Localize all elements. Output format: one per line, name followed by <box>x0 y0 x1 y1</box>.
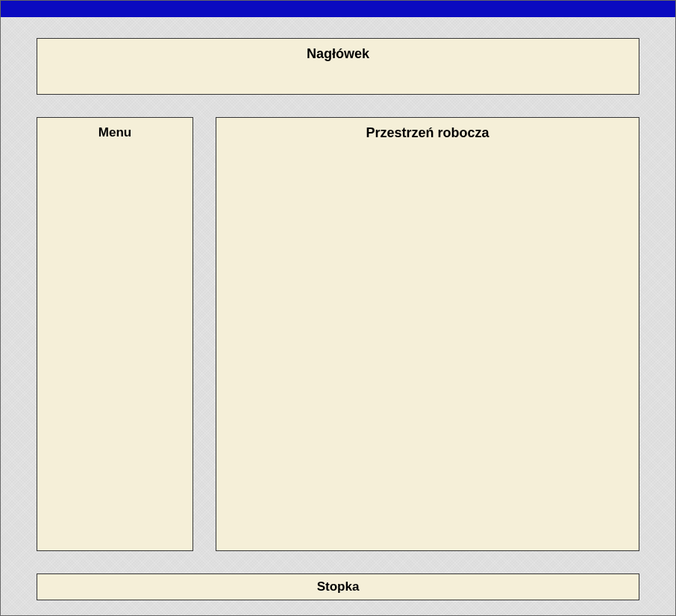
layout-frame: Nagłówek Menu Przestrzeń robocza Stopka <box>0 0 676 616</box>
middle-row: Menu Przestrzeń robocza <box>37 117 639 551</box>
header-region: Nagłówek <box>37 38 639 95</box>
content-area: Nagłówek Menu Przestrzeń robocza Stopka <box>1 17 675 615</box>
workspace-region: Przestrzeń robocza <box>216 117 639 551</box>
menu-region: Menu <box>37 117 193 551</box>
header-title: Nagłówek <box>307 46 369 62</box>
workspace-title: Przestrzeń robocza <box>366 125 489 141</box>
footer-title: Stopka <box>317 579 360 594</box>
footer-region: Stopka <box>37 573 639 600</box>
window-title-bar <box>1 1 675 17</box>
menu-title: Menu <box>98 125 131 140</box>
